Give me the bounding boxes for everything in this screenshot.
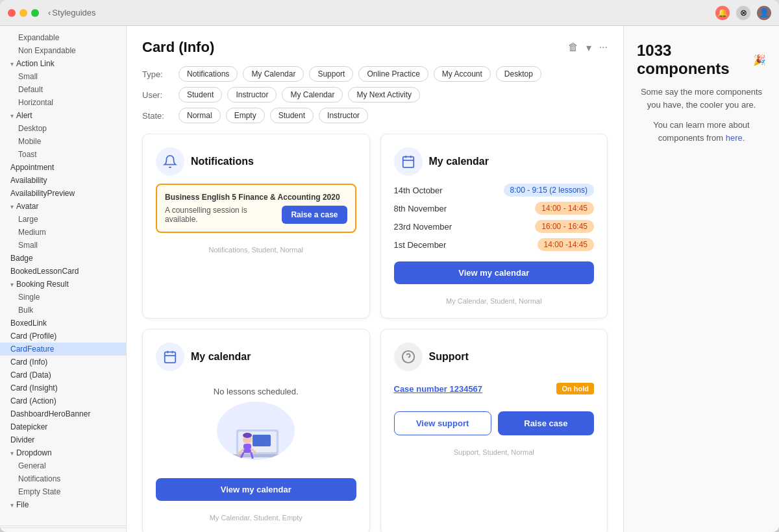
filter-chip-instructor[interactable]: Instructor <box>227 87 277 103</box>
sidebar-item-booking-result[interactable]: ▾ Booking Result <box>0 278 126 291</box>
filter-chip-normal[interactable]: Normal <box>179 108 221 123</box>
sidebar-item-file[interactable]: ▾ File <box>0 498 126 511</box>
filter-chip-online-practice[interactable]: Online Practice <box>358 66 428 82</box>
sidebar-item-label: Large <box>18 215 38 224</box>
sidebar-item-availability-preview[interactable]: AvailabilityPreview <box>0 187 126 200</box>
user-icon[interactable]: 👤 <box>757 6 771 20</box>
sidebar-item-action-link-default[interactable]: Default <box>0 83 126 96</box>
sidebar-item-dropdown-empty-state[interactable]: Empty State <box>0 485 126 498</box>
sidebar-item-avatar[interactable]: ▾ Avatar <box>0 200 126 213</box>
sidebar-item-label: File <box>16 500 29 509</box>
support-card-title: Support <box>429 351 469 363</box>
sidebar-item-alert[interactable]: ▾ Alert <box>0 109 126 122</box>
filter-chip-my-calendar[interactable]: My Calendar <box>243 66 304 82</box>
view-my-calendar-button[interactable]: View my calendar <box>394 261 595 284</box>
sidebar-item-card-data[interactable]: Card (Data) <box>0 369 126 381</box>
filter-chip-state-instructor[interactable]: Instructor <box>319 108 368 123</box>
bell-icon <box>163 154 177 169</box>
sidebar-item-dropdown[interactable]: ▾ Dropdown <box>0 446 126 459</box>
view-support-button[interactable]: View support <box>394 411 491 435</box>
raise-case-button[interactable]: Raise a case <box>282 206 347 224</box>
sidebar-item-booking-single[interactable]: Single <box>0 291 126 304</box>
sidebar-item-avatar-large[interactable]: Large <box>0 213 126 226</box>
app-body: Expandable Non Expandable ▾ Action Link … <box>0 26 779 532</box>
support-icon-wrap <box>394 343 423 371</box>
filter-chip-next-activity[interactable]: My Next Activity <box>348 87 420 103</box>
sidebar-item-label: Toast <box>18 150 37 159</box>
chevron-icon: ▾ <box>10 281 14 288</box>
sidebar-item-label: DashboardHeroBanner <box>10 409 90 418</box>
sidebar-item-action-link-small[interactable]: Small <box>0 70 126 83</box>
notification-box: Business English 5 Finance & Accounting … <box>156 184 356 233</box>
sidebar-item-datepicker[interactable]: Datepicker <box>0 420 126 433</box>
sidebar-item-boxed-link[interactable]: BoxedLink <box>0 317 126 330</box>
sidebar-item-dashboard-hero[interactable]: DashboardHeroBanner <box>0 407 126 420</box>
case-number-link[interactable]: Case number 1234567 <box>394 384 483 394</box>
sidebar-item-booked-lesson-card[interactable]: BookedLessonCard <box>0 265 126 278</box>
sidebar-item-action-link-horizontal[interactable]: Horizontal <box>0 96 126 109</box>
sidebar-item-booking-bulk[interactable]: Bulk <box>0 304 126 317</box>
svg-rect-0 <box>402 157 414 167</box>
sidebar-item-card-insight[interactable]: Card (Insight) <box>0 381 126 394</box>
sidebar-item-avatar-medium[interactable]: Medium <box>0 226 126 239</box>
svg-rect-11 <box>253 435 271 446</box>
sidebar-item-label: Small <box>18 72 38 81</box>
app-window: ‹ Styleguides 🔔 ⊗ 👤 Expandable Non Expan… <box>0 0 779 532</box>
sidebar-item-dropdown-general[interactable]: General <box>0 459 126 472</box>
calendar-normal-footer: My Calendar, Student, Normal <box>394 297 595 305</box>
sidebar-item-expandable[interactable]: Expandable <box>0 31 126 44</box>
close-button[interactable] <box>8 9 16 17</box>
dropdown-icon[interactable]: ▾ <box>586 42 591 54</box>
sidebar-item-non-expandable[interactable]: Non Expandable <box>0 44 126 57</box>
filter-chip-my-account[interactable]: My Account <box>434 66 491 82</box>
sidebar-item-avatar-small[interactable]: Small <box>0 239 126 252</box>
sidebar-item-card-feature[interactable]: CardFeature <box>0 343 126 356</box>
titlebar: ‹ Styleguides 🔔 ⊗ 👤 <box>0 0 779 26</box>
question-mark-icon <box>401 350 415 364</box>
maximize-button[interactable] <box>31 9 39 17</box>
trash-icon[interactable]: 🗑 <box>568 42 578 53</box>
calendar-row-3: 23rd November 16:00 - 16:45 <box>394 220 595 233</box>
sidebar-item-dropdown-notifications[interactable]: Notifications <box>0 472 126 485</box>
titlebar-title: Styleguides <box>52 8 95 18</box>
filter-chip-notifications[interactable]: Notifications <box>179 66 238 82</box>
sidebar-item-label: Dropdown <box>16 448 52 457</box>
sidebar-item-availability[interactable]: Availability <box>0 174 126 187</box>
sidebar-item-card-info[interactable]: Card (Info) <box>0 356 126 369</box>
filter-chip-calendar[interactable]: My Calendar <box>282 87 343 103</box>
sidebar-item-appointment[interactable]: Appointment <box>0 161 126 174</box>
sidebar-item-card-action[interactable]: Card (Action) <box>0 394 126 407</box>
sidebar-item-label: Bulk <box>18 306 33 315</box>
minimize-button[interactable] <box>19 9 27 17</box>
sidebar-item-alert-mobile[interactable]: Mobile <box>0 135 126 148</box>
raise-case-support-button[interactable]: Raise case <box>498 411 594 435</box>
view-my-calendar-empty-button[interactable]: View my calendar <box>156 478 356 501</box>
help-icon[interactable]: ⊗ <box>736 6 750 20</box>
filter-chip-state-student[interactable]: Student <box>270 108 314 123</box>
sidebar-item-badge[interactable]: Badge <box>0 252 126 265</box>
notifications-card: Notifications Business English 5 Finance… <box>142 134 370 319</box>
calendar-time: 16:00 - 16:45 <box>535 220 594 233</box>
type-filter-label: Type: <box>142 69 173 79</box>
my-calendar-empty-title: My calendar <box>191 351 251 363</box>
sidebar-item-action-link[interactable]: ▾ Action Link <box>0 57 126 70</box>
back-button[interactable]: ‹ Styleguides <box>47 8 96 18</box>
here-link[interactable]: here. <box>726 133 745 143</box>
my-calendar-title: My calendar <box>429 156 489 167</box>
filter-chip-support[interactable]: Support <box>309 66 353 82</box>
right-panel: 1033 components 🎉 Some say the more comp… <box>623 26 779 532</box>
state-filter-label: State: <box>142 111 173 121</box>
sidebar-item-alert-desktop[interactable]: Desktop <box>0 122 126 135</box>
calendar-date: 1st December <box>394 240 447 250</box>
sidebar-item-card-profile[interactable]: Card (Profile) <box>0 330 126 343</box>
calendar-time: 14:00 -14:45 <box>538 238 594 251</box>
filter-chip-empty[interactable]: Empty <box>226 108 265 123</box>
notification-icon[interactable]: 🔔 <box>715 6 730 20</box>
notification-box-text: A counselling session is available. <box>165 206 277 224</box>
filter-chip-student[interactable]: Student <box>179 87 222 103</box>
more-icon[interactable]: ··· <box>599 42 608 53</box>
sidebar-item-divider[interactable]: Divider <box>0 433 126 446</box>
filter-chip-desktop[interactable]: Desktop <box>496 66 541 82</box>
sidebar-item-alert-toast[interactable]: Toast <box>0 148 126 161</box>
calendar-row-4: 1st December 14:00 -14:45 <box>394 238 595 251</box>
